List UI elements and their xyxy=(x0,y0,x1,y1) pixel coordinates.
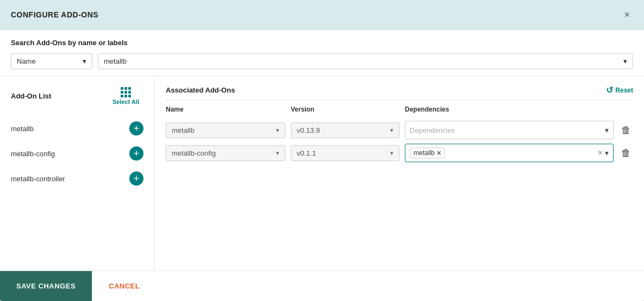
version-value: v0.1.1 xyxy=(297,149,316,157)
add-metallb-controller-button[interactable]: + xyxy=(129,171,143,186)
version-chevron-icon: ▾ xyxy=(390,127,393,134)
select-all-label: Select All xyxy=(112,99,139,105)
addon-item-name: metallb xyxy=(11,125,34,133)
list-item: metallb-controller + xyxy=(0,166,154,191)
save-changes-button[interactable]: SAVE CHANGES xyxy=(0,271,92,301)
addon-list-header: Add-On List Select All xyxy=(0,76,154,112)
search-type-dropdown[interactable]: Name ▾ xyxy=(11,53,92,69)
name-dropdown-metallb[interactable]: metallb ▾ xyxy=(166,122,285,138)
associated-title: Associated Add-Ons xyxy=(166,86,235,94)
close-button[interactable]: × xyxy=(621,9,633,21)
modal-title: CONFIGURE ADD-ONS xyxy=(11,10,98,19)
col-header-version: Version xyxy=(291,106,399,113)
col-header-dependencies: Dependencies xyxy=(405,106,633,113)
addon-list-panel: Add-On List Select All metallb + xyxy=(0,76,155,271)
search-value-text: metallb xyxy=(104,57,127,65)
search-label: Search Add-Ons by name or labels xyxy=(11,39,633,47)
reset-label: Reset xyxy=(615,87,633,94)
table-row: metallb ▾ v0.13.9 ▾ Dependencies xyxy=(166,121,633,139)
addon-item-name: metallb-config xyxy=(11,150,55,158)
associated-rows: metallb ▾ v0.13.9 ▾ Dependencies xyxy=(166,116,633,271)
dep-tag-remove-button[interactable]: × xyxy=(437,149,441,157)
name-value: metallb xyxy=(172,126,195,134)
deps-inner: Dependencies xyxy=(410,126,605,134)
delete-metallb-config-button[interactable]: 🗑 xyxy=(619,145,633,161)
deps-controls: ▾ xyxy=(605,126,609,134)
search-type-chevron-icon: ▾ xyxy=(83,57,86,65)
name-dropdown-metallb-config[interactable]: metallb-config ▾ xyxy=(166,145,285,161)
deps-controls: × ▾ xyxy=(598,148,609,158)
search-section: Search Add-Ons by name or labels Name ▾ … xyxy=(0,30,644,76)
col-header-name: Name xyxy=(166,106,285,113)
search-row: Name ▾ metallb ▾ xyxy=(11,53,633,69)
name-chevron-icon: ▾ xyxy=(276,127,279,134)
cancel-button[interactable]: CANCEL xyxy=(92,271,156,301)
deps-chevron-icon[interactable]: ▾ xyxy=(605,126,609,134)
reset-button[interactable]: ↺ Reset xyxy=(606,85,633,95)
dependencies-field-metallb-config[interactable]: metallb × × ▾ xyxy=(405,144,614,162)
modal-header: CONFIGURE ADD-ONS × xyxy=(0,0,644,30)
version-dropdown-metallb[interactable]: v0.13.9 ▾ xyxy=(291,122,399,138)
list-item: metallb-config + xyxy=(0,141,154,166)
search-value-dropdown[interactable]: metallb ▾ xyxy=(98,53,633,69)
select-all-button[interactable]: Select All xyxy=(108,85,143,107)
associated-header: Associated Add-Ons ↺ Reset xyxy=(166,76,633,100)
version-value: v0.13.9 xyxy=(297,126,320,134)
addon-list-title: Add-On List xyxy=(11,92,51,100)
add-metallb-button[interactable]: + xyxy=(129,121,143,136)
add-metallb-config-button[interactable]: + xyxy=(129,146,143,161)
deps-clear-icon[interactable]: × xyxy=(598,148,603,158)
column-headers: Name Version Dependencies xyxy=(166,100,633,116)
version-chevron-icon: ▾ xyxy=(390,150,393,157)
list-item: metallb + xyxy=(0,116,154,141)
table-row: metallb-config ▾ v0.1.1 ▾ metallb × xyxy=(166,144,633,162)
deps-placeholder: Dependencies xyxy=(410,126,455,134)
search-value-chevron-icon: ▾ xyxy=(623,57,627,65)
version-dropdown-metallb-config[interactable]: v0.1.1 ▾ xyxy=(291,145,399,161)
delete-metallb-button[interactable]: 🗑 xyxy=(619,122,633,138)
name-value: metallb-config xyxy=(172,149,216,157)
associated-addons-panel: Associated Add-Ons ↺ Reset Name Version … xyxy=(155,76,644,271)
deps-inner: metallb × xyxy=(410,148,598,158)
modal-footer: SAVE CHANGES CANCEL xyxy=(0,271,644,301)
name-chevron-icon: ▾ xyxy=(276,150,279,157)
content-area: Add-On List Select All metallb + xyxy=(0,76,644,271)
modal-body: Search Add-Ons by name or labels Name ▾ … xyxy=(0,30,644,271)
select-all-icon xyxy=(121,87,131,97)
search-type-value: Name xyxy=(17,57,36,65)
reset-icon: ↺ xyxy=(606,85,613,95)
dep-tag: metallb × xyxy=(410,148,445,158)
dependencies-field-metallb[interactable]: Dependencies ▾ xyxy=(405,121,614,139)
configure-addons-modal: CONFIGURE ADD-ONS × Search Add-Ons by na… xyxy=(0,0,644,301)
addon-item-name: metallb-controller xyxy=(11,175,65,183)
addon-items-list: metallb + metallb-config + metallb-contr… xyxy=(0,112,154,271)
dep-tag-label: metallb xyxy=(414,149,435,157)
deps-chevron-icon[interactable]: ▾ xyxy=(605,149,609,157)
